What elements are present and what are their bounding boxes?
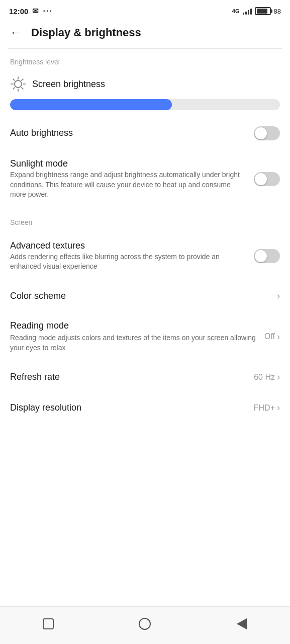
time-display: 12:00	[9, 7, 28, 16]
reading-mode-arrow: ›	[277, 332, 280, 342]
reading-mode-value: Off	[264, 332, 275, 341]
sunlight-mode-desc: Expand brightness range and adjust brigh…	[10, 170, 246, 200]
color-scheme-row[interactable]: Color scheme ›	[0, 281, 290, 311]
reading-mode-row[interactable]: Reading mode Reading mode adjusts colors…	[0, 311, 290, 362]
auto-brightness-row: Auto brightness	[0, 117, 290, 149]
sunlight-mode-label: Sunlight mode	[10, 158, 246, 169]
bottom-nav	[0, 606, 290, 644]
svg-line-7	[22, 79, 23, 80]
status-right: 4G 88	[232, 7, 281, 15]
display-resolution-value: FHD+	[254, 404, 275, 413]
display-resolution-row[interactable]: Display resolution FHD+ ›	[0, 392, 290, 423]
battery-level: 88	[274, 8, 281, 15]
reading-mode-right: Off ›	[264, 332, 280, 342]
display-resolution-label: Display resolution	[10, 403, 248, 413]
svg-line-5	[13, 79, 15, 80]
advanced-textures-knob	[255, 250, 267, 262]
brightness-section-label: Brightness level	[0, 49, 290, 71]
display-resolution-content: Display resolution	[10, 403, 254, 413]
auto-brightness-label: Auto brightness	[10, 128, 246, 138]
recent-apps-button[interactable]	[38, 614, 58, 634]
advanced-textures-content: Advanced textures Adds rendering effects…	[10, 240, 254, 272]
reading-mode-desc: Reading mode adjusts colors and textures…	[10, 333, 258, 353]
screen-brightness-row: Screen brightness	[0, 71, 290, 95]
network-label: 4G	[232, 8, 240, 14]
brightness-slider-fill	[10, 99, 172, 110]
mail-icon: ✉	[32, 7, 39, 16]
refresh-rate-row[interactable]: Refresh rate 60 Hz ›	[0, 362, 290, 392]
recent-apps-icon	[43, 618, 54, 629]
battery-icon	[255, 7, 271, 15]
display-resolution-arrow: ›	[277, 403, 280, 413]
auto-brightness-content: Auto brightness	[10, 128, 254, 139]
header: ← Display & brightness	[0, 20, 290, 48]
status-bar: 12:00 ✉ ··· 4G 88	[0, 0, 290, 20]
svg-point-0	[15, 80, 22, 88]
screen-section-label: Screen	[0, 209, 290, 231]
refresh-rate-value: 60 Hz	[254, 373, 275, 382]
display-resolution-right: FHD+ ›	[254, 403, 280, 413]
refresh-rate-content: Refresh rate	[10, 372, 254, 382]
screen-brightness-label: Screen brightness	[32, 79, 105, 90]
battery-fill	[257, 9, 267, 14]
page-title: Display & brightness	[31, 26, 141, 39]
back-nav-icon	[237, 618, 247, 629]
sunlight-mode-row: Sunlight mode Expand brightness range an…	[0, 149, 290, 209]
status-left: 12:00 ✉ ···	[9, 7, 53, 16]
color-scheme-content: Color scheme	[10, 291, 277, 301]
signal-bars	[243, 8, 252, 15]
advanced-textures-desc: Adds rendering effects like blurring acr…	[10, 252, 246, 272]
svg-line-6	[22, 88, 23, 89]
home-button[interactable]	[135, 614, 155, 634]
advanced-textures-label: Advanced textures	[10, 240, 246, 251]
back-button[interactable]: ←	[8, 24, 23, 41]
home-icon	[139, 618, 151, 630]
sun-icon	[10, 76, 26, 92]
more-icon: ···	[43, 7, 52, 16]
sunlight-mode-content: Sunlight mode Expand brightness range an…	[10, 158, 254, 200]
color-scheme-label: Color scheme	[10, 291, 271, 301]
reading-mode-label: Reading mode	[10, 320, 258, 331]
advanced-textures-toggle[interactable]	[254, 249, 280, 263]
refresh-rate-label: Refresh rate	[10, 372, 248, 382]
advanced-textures-row: Advanced textures Adds rendering effects…	[0, 231, 290, 281]
sunlight-mode-knob	[255, 173, 267, 185]
brightness-slider-track[interactable]	[10, 99, 280, 110]
sunlight-mode-toggle[interactable]	[254, 172, 280, 186]
refresh-rate-arrow: ›	[277, 372, 280, 382]
auto-brightness-toggle[interactable]	[254, 126, 280, 140]
svg-line-8	[13, 88, 15, 89]
back-nav-button[interactable]	[232, 614, 252, 634]
reading-mode-content: Reading mode Reading mode adjusts colors…	[10, 320, 264, 353]
color-scheme-right: ›	[277, 291, 280, 301]
auto-brightness-knob	[255, 127, 267, 139]
color-scheme-arrow: ›	[277, 291, 280, 301]
refresh-rate-right: 60 Hz ›	[254, 372, 280, 382]
brightness-slider-container[interactable]	[0, 95, 290, 117]
